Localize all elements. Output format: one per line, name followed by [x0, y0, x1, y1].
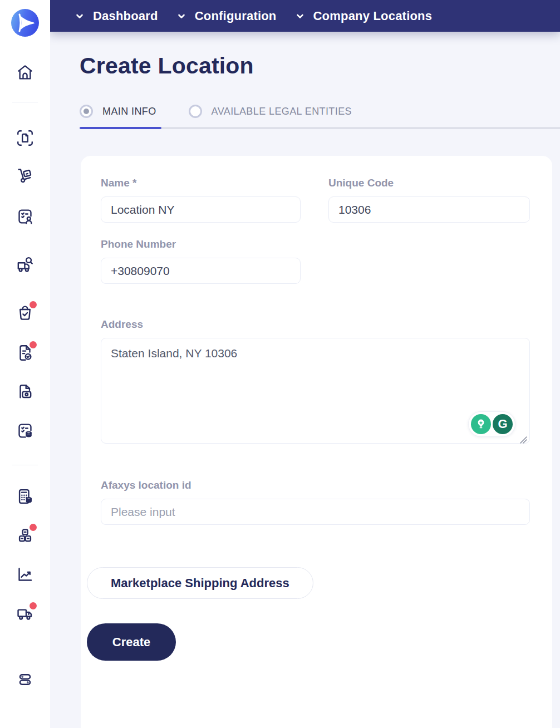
name-label: Name * — [101, 177, 301, 189]
sidebar-item-document-scan[interactable] — [13, 126, 37, 150]
home-icon — [16, 63, 35, 82]
tab-label: MAIN INFO — [102, 106, 156, 117]
notification-badge — [30, 602, 37, 609]
breadcrumb-label[interactable]: Company Locations — [313, 9, 433, 23]
sidebar-item-chart-line[interactable] — [13, 563, 37, 586]
radio-selected-icon — [80, 105, 93, 118]
afaxys-label: Afaxys location id — [101, 479, 530, 491]
breadcrumb-topbar: Dashboard Configuration Company Location… — [50, 0, 560, 32]
sidebar-item-document-check[interactable] — [13, 341, 37, 365]
afaxys-input[interactable] — [101, 499, 530, 525]
radio-unselected-icon — [189, 105, 202, 118]
toggles-icon — [16, 670, 35, 689]
sidebar-item-toggles[interactable] — [13, 668, 37, 691]
document-scan-icon — [16, 129, 35, 147]
breadcrumb-company-locations[interactable]: Company Locations — [296, 9, 433, 23]
tab-label: AVAILABLE LEGAL ENTITIES — [212, 106, 352, 117]
grammarly-widget[interactable]: G — [468, 411, 515, 437]
unique-code-label: Unique Code — [328, 177, 530, 189]
form-card: Name * Unique Code Phone Number Address … — [81, 156, 552, 728]
sidebar-divider — [12, 102, 38, 102]
hand-truck-icon — [16, 166, 35, 185]
phone-input[interactable] — [101, 258, 301, 284]
clipboard-user-icon — [16, 207, 35, 226]
chevron-down-icon — [177, 12, 186, 21]
page-content: Create Location MAIN INFO AVAILABLE LEGA… — [50, 32, 560, 728]
field-name: Name * — [101, 177, 301, 223]
document-card-icon — [16, 383, 35, 402]
tab-available-legal-entities[interactable]: AVAILABLE LEGAL ENTITIES — [189, 105, 352, 118]
marketplace-shipping-address-button[interactable]: Marketplace Shipping Address — [87, 567, 313, 599]
name-input[interactable] — [101, 196, 301, 223]
sidebar — [0, 0, 50, 728]
breadcrumb-label[interactable]: Dashboard — [93, 9, 158, 23]
notification-badge — [30, 524, 37, 531]
breadcrumb-configuration[interactable]: Configuration — [177, 9, 277, 23]
sidebar-divider — [12, 465, 38, 465]
unique-code-input[interactable] — [328, 196, 530, 223]
page-title: Create Location — [80, 53, 560, 79]
sidebar-item-boxes[interactable] — [13, 524, 37, 547]
tab-bar: MAIN INFO AVAILABLE LEGAL ENTITIES — [80, 105, 560, 118]
tab-underline — [80, 127, 560, 129]
chart-line-icon — [16, 565, 35, 584]
notification-badge — [30, 341, 37, 348]
sidebar-item-calculator-coins[interactable] — [13, 485, 37, 508]
grammarly-logo-icon[interactable]: G — [493, 414, 513, 434]
truck-search-icon — [16, 255, 35, 274]
sidebar-item-bag-check[interactable] — [13, 301, 37, 324]
tab-main-info[interactable]: MAIN INFO — [80, 105, 156, 118]
field-phone: Phone Number — [101, 238, 301, 284]
address-textarea[interactable]: Staten Island, NY 10306 — [101, 338, 530, 444]
create-button[interactable]: Create — [87, 623, 176, 661]
breadcrumb-dashboard[interactable]: Dashboard — [75, 9, 158, 23]
sidebar-item-clipboard-coins[interactable] — [13, 419, 37, 442]
field-afaxys-location-id: Afaxys location id — [101, 479, 530, 525]
calculator-coins-icon — [16, 487, 35, 506]
chevron-down-icon — [75, 12, 84, 21]
main-area: Dashboard Configuration Company Location… — [50, 0, 560, 728]
sidebar-item-hand-truck[interactable] — [13, 164, 37, 188]
lightbulb-suggestion-icon[interactable] — [471, 414, 491, 434]
sidebar-item-clipboard-user[interactable] — [13, 205, 37, 228]
sidebar-item-truck-search[interactable] — [13, 253, 37, 277]
field-unique-code: Unique Code — [328, 177, 530, 223]
sidebar-item-truck[interactable] — [13, 602, 37, 626]
field-address: Address Staten Island, NY 10306 G — [101, 318, 530, 446]
brand-logo[interactable] — [11, 8, 40, 37]
chevron-down-icon — [296, 12, 304, 21]
sidebar-item-document-card[interactable] — [13, 381, 37, 404]
textarea-resize-handle[interactable] — [520, 436, 527, 443]
clipboard-coins-icon — [16, 421, 35, 440]
breadcrumb-label[interactable]: Configuration — [195, 9, 277, 23]
phone-label: Phone Number — [101, 238, 301, 250]
sidebar-item-home[interactable] — [13, 61, 37, 84]
address-label: Address — [101, 318, 530, 331]
notification-badge — [30, 301, 37, 308]
